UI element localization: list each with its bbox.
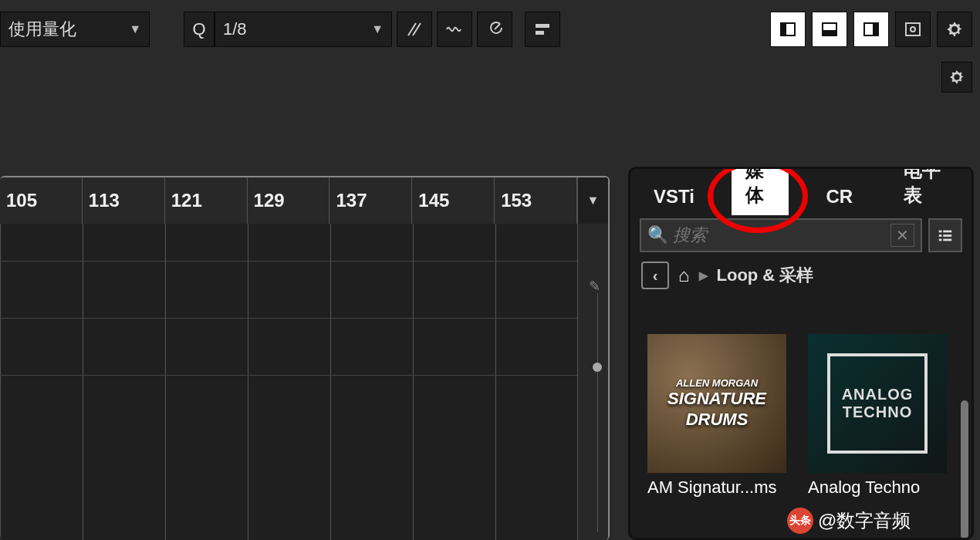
ruler-mark: 137	[329, 177, 412, 224]
breadcrumb-path[interactable]: Loop & 采样	[717, 264, 814, 287]
home-icon[interactable]: ⌂	[678, 265, 690, 286]
media-item[interactable]: ALLEN MORGAN SIGNATURE DRUMS AM Signatur…	[647, 334, 786, 498]
clear-search-button[interactable]: ✕	[890, 224, 914, 247]
watermark-text: @数字音频	[818, 508, 911, 533]
watermark: 头条 @数字音频	[787, 508, 911, 534]
zoom-slider[interactable]	[597, 293, 598, 532]
timeline-grid: 105 113 121 129 137 145 153 ▼ ✎	[0, 176, 610, 540]
chevron-down-icon: ▼	[587, 194, 600, 208]
layout-left-button[interactable]	[770, 12, 806, 47]
ruler-mark: 153	[495, 177, 577, 224]
media-label: Analog Techno	[808, 478, 947, 498]
list-view-button[interactable]	[928, 218, 962, 252]
vertical-zoom-strip: ✎	[577, 224, 608, 540]
panel-tabs: VSTi 媒体 CR 电平表	[630, 169, 972, 215]
svg-rect-10	[939, 231, 942, 233]
settings-button[interactable]	[937, 12, 972, 47]
search-input[interactable]	[673, 225, 890, 245]
window-layout-group	[765, 12, 972, 47]
svg-rect-13	[943, 235, 951, 237]
main-toolbar: 使用量化 ▼ Q 1/8 ▼	[0, 11, 980, 48]
svg-rect-15	[943, 239, 951, 241]
svg-rect-11	[943, 231, 951, 233]
svg-rect-8	[906, 23, 920, 35]
ruler-mark: 129	[248, 177, 330, 224]
ruler-mark: 121	[165, 177, 248, 224]
ruler-mark: 145	[412, 177, 495, 224]
breadcrumb: ‹ ⌂ ▸ Loop & 采样	[630, 252, 972, 299]
search-icon: 🔍	[647, 225, 668, 245]
quantize-settings-button[interactable]	[477, 12, 512, 47]
chevron-down-icon: ▼	[129, 22, 141, 36]
ruler-options-dropdown[interactable]: ▼	[577, 177, 608, 224]
q-label: Q	[192, 19, 205, 39]
quantize-resolution-dropdown[interactable]: 1/8 ▼	[215, 12, 392, 47]
media-thumbnails: ALLEN MORGAN SIGNATURE DRUMS AM Signatur…	[630, 299, 972, 498]
svg-rect-3	[781, 23, 786, 35]
track-grid-body[interactable]	[0, 224, 608, 540]
panel-settings-button[interactable]	[941, 62, 972, 93]
search-row: 🔍 ✕	[630, 218, 972, 252]
svg-rect-1	[536, 31, 544, 35]
layout-bottom-button[interactable]	[812, 12, 847, 47]
svg-rect-7	[874, 23, 878, 35]
tab-media[interactable]: 媒体	[732, 167, 789, 215]
svg-rect-14	[939, 239, 942, 241]
media-item[interactable]: ANALOG TECHNO Analog Techno	[808, 334, 947, 498]
svg-rect-5	[823, 31, 836, 35]
svg-point-9	[911, 27, 915, 32]
layout-right-button[interactable]	[853, 12, 889, 47]
ruler-mark: 105	[0, 177, 83, 224]
svg-rect-0	[536, 24, 549, 28]
audio-warp-button[interactable]	[437, 12, 472, 47]
tab-vsti[interactable]: VSTi	[640, 178, 708, 215]
soft-quantize-button[interactable]	[397, 12, 432, 47]
media-thumbnail: ALLEN MORGAN SIGNATURE DRUMS	[647, 334, 786, 473]
tab-meter[interactable]: 电平表	[890, 167, 962, 215]
pencil-icon: ✎	[589, 278, 600, 295]
quantize-mode-dropdown[interactable]: 使用量化 ▼	[0, 12, 150, 47]
ruler-mark: 113	[83, 177, 165, 224]
breadcrumb-separator-icon: ▸	[699, 265, 708, 285]
scrollbar-thumb[interactable]	[961, 400, 968, 539]
media-label: AM Signatur...ms	[647, 478, 786, 498]
setup-layout-button[interactable]	[895, 12, 931, 47]
zoom-slider-thumb[interactable]	[593, 363, 602, 372]
media-thumbnail: ANALOG TECHNO	[808, 334, 947, 473]
quantize-toggle[interactable]: Q	[184, 12, 215, 47]
svg-rect-12	[939, 235, 942, 237]
align-button[interactable]	[525, 12, 560, 47]
chevron-down-icon: ▼	[371, 22, 384, 36]
quantize-mode-label: 使用量化	[8, 18, 76, 41]
search-box[interactable]: 🔍 ✕	[640, 218, 922, 252]
resolution-label: 1/8	[223, 19, 247, 39]
watermark-badge: 头条	[787, 508, 813, 534]
tab-cr[interactable]: CR	[812, 178, 867, 215]
media-panel: VSTi 媒体 CR 电平表 🔍 ✕ ‹ ⌂ ▸ Loop & 采样 ALLEN…	[628, 167, 974, 540]
back-button[interactable]: ‹	[641, 262, 669, 289]
timeline-ruler[interactable]: 105 113 121 129 137 145 153 ▼	[0, 177, 608, 224]
